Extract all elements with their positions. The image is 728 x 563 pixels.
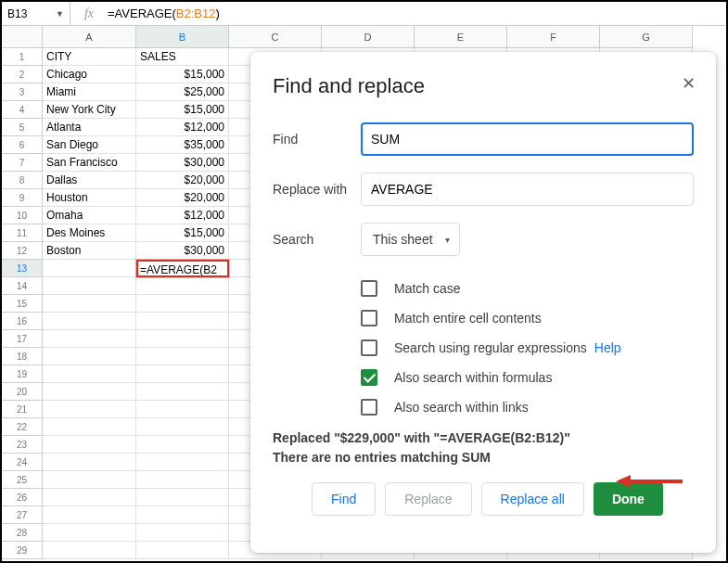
cell-B17[interactable] <box>136 330 229 348</box>
cell-A17[interactable] <box>43 330 136 348</box>
cell-A14[interactable] <box>43 277 136 295</box>
cell-A4[interactable]: New York City <box>43 101 136 119</box>
cell-A24[interactable] <box>43 454 136 471</box>
row-header-12[interactable]: 12 <box>2 242 43 260</box>
cell-B9[interactable]: $20,000 <box>136 189 229 207</box>
row-header-14[interactable]: 14 <box>2 277 43 295</box>
match-case-checkbox[interactable] <box>361 280 377 297</box>
select-all-corner[interactable] <box>2 26 43 48</box>
row-header-4[interactable]: 4 <box>2 101 43 119</box>
cell-A27[interactable] <box>43 506 136 524</box>
row-header-11[interactable]: 11 <box>2 224 43 242</box>
cell-B14[interactable] <box>136 277 229 295</box>
cell-A28[interactable] <box>43 524 136 542</box>
col-header-C[interactable]: C <box>229 26 322 48</box>
cell-B6[interactable]: $35,000 <box>136 136 229 154</box>
row-header-8[interactable]: 8 <box>2 172 43 189</box>
cell-B16[interactable] <box>136 313 229 330</box>
row-header-28[interactable]: 28 <box>2 524 43 542</box>
close-icon[interactable]: ✕ <box>677 72 699 95</box>
links-checkbox[interactable] <box>361 399 377 416</box>
regex-help-link[interactable]: Help <box>594 340 621 355</box>
row-header-23[interactable]: 23 <box>2 436 43 454</box>
formula-input[interactable]: =AVERAGE(B2:B12) <box>108 6 726 20</box>
row-header-26[interactable]: 26 <box>2 489 43 506</box>
row-header-15[interactable]: 15 <box>2 295 43 313</box>
entire-cell-checkbox[interactable] <box>361 310 377 326</box>
cell-A11[interactable]: Des Moines <box>43 224 136 242</box>
cell-A12[interactable]: Boston <box>43 242 136 260</box>
row-header-2[interactable]: 2 <box>2 66 43 83</box>
row-header-16[interactable]: 16 <box>2 313 43 330</box>
row-header-24[interactable]: 24 <box>2 454 43 471</box>
cell-A1[interactable]: CITY <box>43 48 136 66</box>
cell-A6[interactable]: San Diego <box>43 136 136 154</box>
row-header-18[interactable]: 18 <box>2 348 43 365</box>
cell-B19[interactable] <box>136 365 229 383</box>
row-header-20[interactable]: 20 <box>2 383 43 401</box>
cell-A21[interactable] <box>43 401 136 418</box>
col-header-B[interactable]: B <box>136 26 229 48</box>
find-button[interactable]: Find <box>312 482 376 516</box>
cell-B3[interactable]: $25,000 <box>136 83 229 101</box>
cell-B26[interactable] <box>136 489 229 506</box>
cell-A20[interactable] <box>43 383 136 401</box>
cell-A3[interactable]: Miami <box>43 83 136 101</box>
cell-B1[interactable]: SALES <box>136 48 229 66</box>
row-header-3[interactable]: 3 <box>2 83 43 101</box>
row-header-29[interactable]: 29 <box>2 542 43 559</box>
col-header-D[interactable]: D <box>322 26 415 48</box>
cell-B22[interactable] <box>136 418 229 436</box>
cell-B12[interactable]: $30,000 <box>136 242 229 260</box>
cell-B20[interactable] <box>136 383 229 401</box>
cell-B21[interactable] <box>136 401 229 418</box>
cell-A10[interactable]: Omaha <box>43 207 136 224</box>
col-header-F[interactable]: F <box>507 26 600 48</box>
row-header-7[interactable]: 7 <box>2 154 43 172</box>
row-header-1[interactable]: 1 <box>2 48 43 66</box>
cell-B7[interactable]: $30,000 <box>136 154 229 172</box>
row-header-21[interactable]: 21 <box>2 401 43 418</box>
cell-B2[interactable]: $15,000 <box>136 66 229 83</box>
find-input[interactable] <box>361 122 694 156</box>
replace-input[interactable] <box>361 173 694 206</box>
cell-A13[interactable] <box>43 260 136 277</box>
cell-A19[interactable] <box>43 365 136 383</box>
name-box[interactable]: B13 ▼ <box>2 2 70 25</box>
cell-B11[interactable]: $15,000 <box>136 224 229 242</box>
row-header-25[interactable]: 25 <box>2 471 43 489</box>
cell-A7[interactable]: San Francisco <box>43 154 136 172</box>
row-header-17[interactable]: 17 <box>2 330 43 348</box>
cell-A22[interactable] <box>43 418 136 436</box>
cell-A29[interactable] <box>43 542 136 559</box>
cell-A5[interactable]: Atlanta <box>43 119 136 136</box>
replace-all-button[interactable]: Replace all <box>481 482 584 516</box>
col-header-A[interactable]: A <box>43 26 136 48</box>
cell-B23[interactable] <box>136 436 229 454</box>
row-header-5[interactable]: 5 <box>2 119 43 136</box>
cell-A25[interactable] <box>43 471 136 489</box>
cell-B25[interactable] <box>136 471 229 489</box>
cell-A9[interactable]: Houston <box>43 189 136 207</box>
cell-A2[interactable]: Chicago <box>43 66 136 83</box>
cell-A8[interactable]: Dallas <box>43 172 136 189</box>
done-button[interactable]: Done <box>594 482 663 516</box>
row-header-13[interactable]: 13 <box>2 260 43 277</box>
row-header-22[interactable]: 22 <box>2 418 43 436</box>
row-header-6[interactable]: 6 <box>2 136 43 154</box>
row-header-27[interactable]: 27 <box>2 506 43 524</box>
cell-B27[interactable] <box>136 506 229 524</box>
cell-B24[interactable] <box>136 454 229 471</box>
row-header-10[interactable]: 10 <box>2 207 43 224</box>
col-header-G[interactable]: G <box>600 26 693 48</box>
cell-A18[interactable] <box>43 348 136 365</box>
row-header-19[interactable]: 19 <box>2 365 43 383</box>
cell-A26[interactable] <box>43 489 136 506</box>
replace-button[interactable]: Replace <box>385 482 471 516</box>
cell-B18[interactable] <box>136 348 229 365</box>
cell-B28[interactable] <box>136 524 229 542</box>
regex-checkbox[interactable] <box>361 339 377 356</box>
cell-B5[interactable]: $12,000 <box>136 119 229 136</box>
cell-B13[interactable]: =AVERAGE(B2 <box>136 260 229 277</box>
cell-B8[interactable]: $20,000 <box>136 172 229 189</box>
